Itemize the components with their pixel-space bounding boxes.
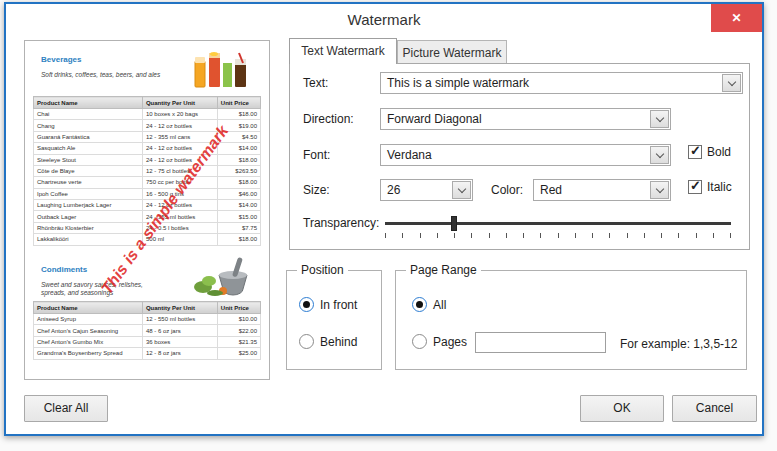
size-combobox-value: 26 bbox=[387, 183, 400, 197]
price-cell: $263.50 bbox=[217, 165, 260, 176]
table-row: Steeleye Stout 24 - 12 oz bottles $18.00 bbox=[34, 154, 261, 165]
product-name-cell: Lakkalikööri bbox=[34, 234, 143, 245]
dropdown-button[interactable] bbox=[650, 181, 669, 199]
condiments-image bbox=[193, 253, 251, 297]
column-header: Quantity Per Unit bbox=[142, 302, 217, 314]
font-combobox[interactable]: Verdana bbox=[380, 144, 671, 166]
chevron-down-icon bbox=[655, 149, 663, 157]
price-cell: $46.00 bbox=[217, 188, 260, 199]
product-name-cell: Chai bbox=[34, 109, 143, 120]
checkbox-box: ✓ bbox=[688, 145, 702, 159]
quantity-cell: 12 - 550 ml bottles bbox=[142, 314, 217, 325]
quantity-cell: 12 - 8 oz jars bbox=[142, 348, 217, 359]
price-cell: $25.00 bbox=[217, 348, 260, 359]
radio-label: Pages bbox=[433, 335, 467, 349]
radio-in-front[interactable]: In front bbox=[299, 297, 357, 312]
radio-icon bbox=[412, 297, 427, 312]
color-combobox[interactable]: Red bbox=[533, 179, 671, 201]
price-cell: $18.00 bbox=[217, 109, 260, 120]
price-cell: $14.00 bbox=[217, 200, 260, 211]
italic-checkbox[interactable]: ✓ Italic bbox=[688, 180, 732, 194]
dropdown-button[interactable] bbox=[722, 74, 741, 92]
radio-all[interactable]: All bbox=[412, 297, 446, 312]
dropdown-button[interactable] bbox=[452, 181, 471, 199]
radio-pages[interactable]: Pages bbox=[412, 334, 467, 349]
table-row: Chef Anton's Gumbo Mix 36 boxes $21.35 bbox=[34, 336, 261, 347]
transparency-slider-ticks bbox=[385, 233, 731, 238]
text-combobox-value: This is a simple watermark bbox=[387, 76, 529, 90]
product-name-cell: Laughing Lumberjack Lager bbox=[34, 200, 143, 211]
quantity-cell: 16 - 500 g tins bbox=[142, 188, 217, 199]
price-cell: $15.00 bbox=[217, 211, 260, 222]
preview-section-heading: Condiments bbox=[41, 265, 87, 274]
table-row: Côte de Blaye 12 - 75 cl bottles $263.50 bbox=[34, 165, 261, 176]
transparency-slider-thumb[interactable] bbox=[451, 216, 457, 231]
product-name-cell: Ipoh Coffee bbox=[34, 188, 143, 199]
table-row: Sasquatch Ale 24 - 12 oz bottles $14.00 bbox=[34, 143, 261, 154]
table-row: Ipoh Coffee 16 - 500 g tins $46.00 bbox=[34, 188, 261, 199]
size-combobox[interactable]: 26 bbox=[380, 179, 473, 201]
quantity-cell: 36 boxes bbox=[142, 336, 217, 347]
condiments-table: Product Name Quantity Per Unit Unit Pric… bbox=[33, 301, 261, 360]
quantity-cell: 12 - 75 cl bottles bbox=[142, 165, 217, 176]
price-cell: $21.35 bbox=[217, 336, 260, 347]
product-name-cell: Guaraná Fantástica bbox=[34, 131, 143, 142]
column-header: Unit Price bbox=[217, 302, 260, 314]
close-button[interactable]: ✕ bbox=[711, 4, 762, 32]
table-row: Grandma's Boysenberry Spread 12 - 8 oz j… bbox=[34, 348, 261, 359]
bold-checkbox[interactable]: ✓ Bold bbox=[688, 145, 731, 159]
product-name-cell: Outback Lager bbox=[34, 211, 143, 222]
tab-picture-watermark[interactable]: Picture Watermark bbox=[397, 40, 507, 64]
text-watermark-panel: Text: This is a simple watermark Directi… bbox=[289, 63, 750, 250]
beverages-table: Product Name Quantity Per Unit Unit Pric… bbox=[33, 96, 261, 246]
product-name-cell: Grandma's Boysenberry Spread bbox=[34, 348, 143, 359]
table-row: Lakkalikööri 500 ml $18.00 bbox=[34, 234, 261, 245]
price-cell: $7.75 bbox=[217, 222, 260, 233]
table-row: Chai 10 boxes x 20 bags $18.00 bbox=[34, 109, 261, 120]
check-icon: ✓ bbox=[690, 178, 701, 193]
price-cell: $14.00 bbox=[217, 143, 260, 154]
price-cell: $18.00 bbox=[217, 177, 260, 188]
column-header: Product Name bbox=[34, 97, 143, 109]
table-row: Guaraná Fantástica 12 - 355 ml cans $4.5… bbox=[34, 131, 261, 142]
radio-label: Behind bbox=[320, 335, 357, 349]
price-cell: $4.50 bbox=[217, 131, 260, 142]
quantity-cell: 10 boxes x 20 bags bbox=[142, 109, 217, 120]
bold-label: Bold bbox=[707, 145, 731, 159]
quantity-cell: 24 - 12 oz bottles bbox=[142, 143, 217, 154]
table-row: Chartreuse verte 750 cc per bottle $18.0… bbox=[34, 177, 261, 188]
tab-text-watermark[interactable]: Text Watermark bbox=[289, 38, 397, 64]
table-row: Chang 24 - 12 oz bottles $19.00 bbox=[34, 120, 261, 131]
column-header: Product Name bbox=[34, 302, 143, 314]
check-icon: ✓ bbox=[690, 143, 701, 158]
preview-section-description: Sweet and savory sauces, relishes, sprea… bbox=[41, 281, 159, 297]
product-name-cell: Rhönbräu Klosterbier bbox=[34, 222, 143, 233]
italic-label: Italic bbox=[707, 180, 732, 194]
quantity-cell: 24 - 0.5 l bottles bbox=[142, 222, 217, 233]
position-group: Position In front Behind bbox=[286, 270, 382, 370]
price-cell: $18.00 bbox=[217, 154, 260, 165]
clear-all-button[interactable]: Clear All bbox=[24, 395, 108, 422]
cancel-button[interactable]: Cancel bbox=[672, 395, 757, 422]
chevron-down-icon bbox=[727, 77, 735, 85]
chevron-down-icon bbox=[457, 184, 465, 192]
radio-behind[interactable]: Behind bbox=[299, 334, 357, 349]
direction-combobox[interactable]: Forward Diagonal bbox=[380, 108, 671, 130]
ok-button[interactable]: OK bbox=[580, 395, 664, 422]
dialog-title: Watermark bbox=[6, 11, 762, 28]
dropdown-button[interactable] bbox=[650, 146, 669, 164]
table-row: Rhönbräu Klosterbier 24 - 0.5 l bottles … bbox=[34, 222, 261, 233]
text-combobox[interactable]: This is a simple watermark bbox=[380, 72, 743, 94]
quantity-cell: 48 - 6 oz jars bbox=[142, 325, 217, 336]
product-name-cell: Steeleye Stout bbox=[34, 154, 143, 165]
product-name-cell: Chef Anton's Cajun Seasoning bbox=[34, 325, 143, 336]
font-label: Font: bbox=[303, 148, 330, 162]
dropdown-button[interactable] bbox=[650, 110, 669, 128]
pages-input[interactable] bbox=[475, 332, 606, 353]
price-cell: $22.00 bbox=[217, 325, 260, 336]
chevron-down-icon bbox=[655, 184, 663, 192]
quantity-cell: 24 - 12 oz bottles bbox=[142, 120, 217, 131]
transparency-slider[interactable] bbox=[385, 222, 731, 225]
color-combobox-value: Red bbox=[540, 183, 562, 197]
size-label: Size: bbox=[303, 183, 330, 197]
